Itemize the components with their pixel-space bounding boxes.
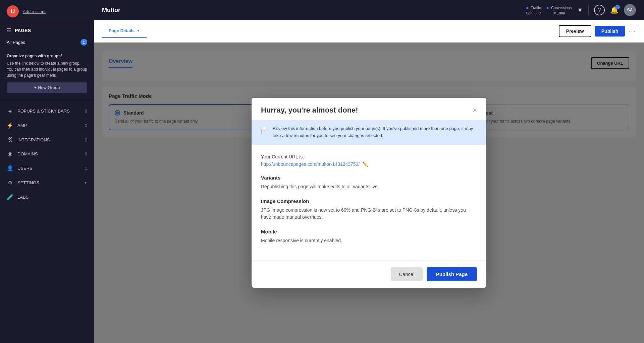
publish-button[interactable]: Publish [595,26,625,37]
modal-overlay: Hurray, you're almost done! × 🏳️ Review … [94,43,644,343]
sidebar-item-label-amp: AMP [17,123,27,128]
domains-icon: ◉ [7,151,13,157]
modal-header: Hurray, you're almost done! × [252,98,486,120]
image-compression-title: Image Compression [261,198,477,204]
tab-page-details[interactable]: Page Details ▼ [102,24,147,38]
current-url-link[interactable]: http://unbouncepages.com/multor-14312437… [261,161,477,167]
amp-icon: ⚡ [7,122,13,129]
sidebar-item-label-users: USERS [17,166,33,171]
all-pages-row[interactable]: All Pages 1 [0,38,94,48]
sidebar-item-integrations[interactable]: ⛓ INTEGRATIONS 0 [0,133,94,147]
sidebar-logo-area: U Add a client [0,0,94,23]
variants-section: Variants Republishing this page will mak… [261,175,477,190]
topbar: Multor ● Traffic 0/30,000 ● Conversions … [94,0,644,20]
url-section: Your Current URL is: http://unbouncepage… [261,154,477,167]
integrations-count: 0 [85,137,87,142]
image-compression-section: Image Compression JPG Image compression … [261,198,477,221]
main-content-area: Multor ● Traffic 0/30,000 ● Conversions … [94,0,644,343]
topbar-right-area: ● Traffic 0/30,000 ● Conversions 0/1,000… [526,4,636,16]
edit-url-icon[interactable]: ✏️ [362,161,368,167]
settings-icon: ⚙ [7,180,13,186]
content-area: Overview Change URL Page Traffic Mode St… [94,43,644,343]
sidebar-item-label-domains: DOMAINS [17,151,38,156]
modal-close-button[interactable]: × [473,107,477,114]
modal-footer: Cancel Publish Page [252,260,486,288]
flag-icon: 🏳️ [260,126,268,134]
user-avatar[interactable]: SA [624,4,636,16]
page-title: Multor [102,7,120,14]
modal-banner-text: Review this information before you publi… [273,125,478,139]
variants-text: Republishing this page will make edits t… [261,183,477,190]
traffic-icon: ● [526,5,529,11]
more-options-button[interactable]: ··· [628,27,636,35]
help-button[interactable]: ? [594,5,605,15]
sidebar-item-users[interactable]: 👤 USERS 1 [0,161,94,176]
url-section-label: Your Current URL is: [261,154,477,159]
conversions-stat: ● Conversions 0/1,000 [546,5,572,15]
notifications-bell[interactable]: 🔔 5 [610,6,619,14]
sidebar-item-label-popups: POPUPS & STICKY BARS [17,109,70,114]
labs-icon: 🧪 [7,194,13,200]
users-icon: 👤 [7,165,13,172]
sidebar-item-labs[interactable]: 🧪 LABS [0,190,94,204]
sidebar-item-settings[interactable]: ⚙ SETTINGS ▼ [0,176,94,190]
traffic-stat: ● Traffic 0/30,000 [526,5,541,15]
conversions-icon: ● [546,5,549,11]
settings-arrow-icon: ▼ [84,181,87,185]
traffic-label: Traffic [531,5,541,10]
conversions-label: Conversions [551,5,572,10]
notification-count-badge: 5 [615,5,620,9]
add-client-link[interactable]: Add a client [23,9,46,14]
sidebar: U Add a client ☰ PAGES All Pages 1 Organ… [0,0,94,343]
publish-page-button[interactable]: Publish Page [427,267,477,281]
sidebar-item-domains[interactable]: ◉ DOMAINS 0 [0,147,94,161]
tab-arrow-icon: ▼ [137,29,140,32]
topbar-divider [588,5,589,15]
cancel-button[interactable]: Cancel [391,267,423,281]
variants-title: Variants [261,175,477,181]
sidebar-item-label-labs: LABS [17,195,29,200]
users-count: 1 [85,166,87,171]
popups-icon: ◈ [7,108,13,114]
app-logo-icon[interactable]: U [7,5,19,17]
organize-heading: Organize pages with groups! [7,54,87,58]
mobile-section: Mobile Mobile responsive is currently en… [261,229,477,244]
pages-section-header: ☰ PAGES [0,23,94,38]
url-text: http://unbouncepages.com/multor-14312437… [261,161,360,167]
popups-count: 0 [85,109,87,114]
organize-description: Use the link below to create a new group… [7,60,87,78]
page-header: Page Details ▼ Preview Publish ··· [94,20,644,43]
modal-banner: 🏳️ Review this information before you pu… [252,120,486,145]
pages-icon: ☰ [7,27,11,33]
amp-count: 0 [85,123,87,128]
image-compression-text: JPG Image compression is now set to 60% … [261,207,477,221]
domains-count: 0 [85,151,87,156]
sidebar-item-label-settings: SETTINGS [17,180,39,185]
stats-dropdown-icon[interactable]: ▼ [577,7,583,14]
mobile-title: Mobile [261,229,477,234]
traffic-value: 0/30,000 [526,11,541,15]
sidebar-item-popups[interactable]: ◈ POPUPS & STICKY BARS 0 [0,104,94,118]
conversions-value: 0/1,000 [546,11,572,15]
publish-modal: Hurray, you're almost done! × 🏳️ Review … [252,98,486,288]
integrations-icon: ⛓ [7,137,13,143]
sidebar-item-label-integrations: INTEGRATIONS [17,137,50,142]
pages-count-badge: 1 [80,39,87,46]
modal-body: Your Current URL is: http://unbouncepage… [252,146,486,260]
new-group-button[interactable]: + New Group [7,82,87,93]
page-actions-area: Preview Publish ··· [559,25,636,37]
preview-button[interactable]: Preview [559,25,591,37]
pages-section-title: PAGES [15,28,31,33]
all-pages-label: All Pages [7,40,25,45]
group-organize-section: Organize pages with groups! Use the link… [0,48,94,98]
modal-title: Hurray, you're almost done! [261,106,358,115]
page-tabs: Page Details ▼ [102,24,147,38]
sidebar-item-amp[interactable]: ⚡ AMP 0 [0,118,94,133]
tab-page-details-label: Page Details [109,28,135,33]
mobile-text: Mobile responsive is currently enabled. [261,237,477,244]
